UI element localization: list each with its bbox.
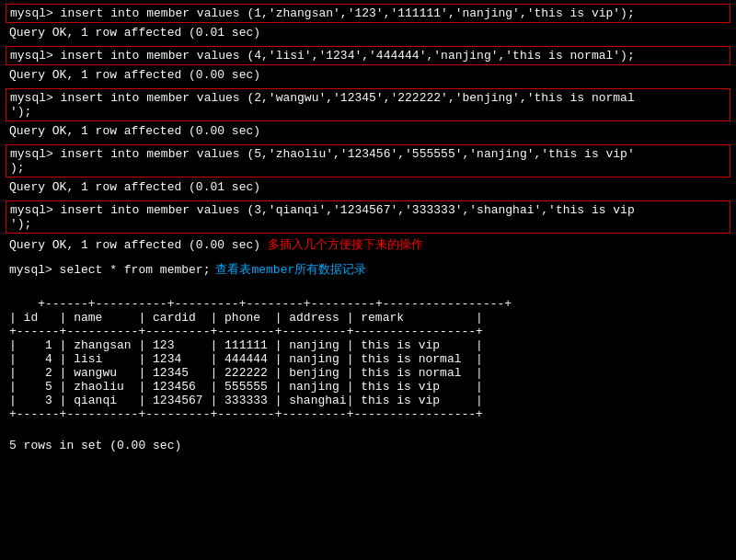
query-result-1: Query OK, 1 row affected (0.01 sec): [6, 25, 730, 42]
annotation-insert: 多插入几个方便接下来的操作: [268, 236, 423, 253]
table-divider-bot: +------+----------+---------+--------+--…: [9, 407, 483, 421]
sql-block-3: mysql> insert into member values (2,'wan…: [6, 88, 730, 121]
terminal: mysql> insert into member values (1,'zha…: [0, 0, 736, 560]
sql-command-1: mysql> insert into member values (1,'zha…: [10, 6, 726, 20]
table-header: | id | name | cardid | phone | address |…: [9, 311, 483, 325]
table-divider-top: +------+----------+---------+--------+--…: [38, 297, 512, 311]
table-output: +------+----------+---------+--------+--…: [6, 281, 730, 437]
sql-block-2: mysql> insert into member values (4,'lis…: [6, 46, 730, 65]
table-row-5: | 3 | qianqi | 1234567 | 333333 | shangh…: [9, 394, 483, 407]
query-result-2: Query OK, 1 row affected (0.00 sec): [6, 67, 730, 85]
final-result: 5 rows in set (0.00 sec): [6, 437, 730, 454]
table-row-1: | 1 | zhangsan | 123 | 111111 | nanjing …: [9, 338, 483, 352]
query-result-5-text: Query OK, 1 row affected (0.00 sec): [9, 238, 260, 252]
table-row-2: | 4 | lisi | 1234 | 444444 | nanjing | t…: [9, 352, 483, 366]
sql-block-5: mysql> insert into member values (3,'qia…: [6, 200, 730, 234]
sql-command-3: mysql> insert into member values (2,'wan…: [10, 91, 726, 119]
table-row-3: | 2 | wangwu | 12345 | 222222 | benjing …: [9, 366, 483, 380]
sql-command-5: mysql> insert into member values (3,'qia…: [10, 203, 726, 231]
query-result-5: Query OK, 1 row affected (0.00 sec) 多插入几…: [6, 235, 730, 256]
query-result-4: Query OK, 1 row affected (0.01 sec): [6, 179, 730, 197]
table-row-4: | 5 | zhaoliu | 123456 | 555555 | nanjin…: [9, 380, 483, 394]
annotation-select: 查看表member所有数据记录: [215, 261, 366, 278]
table-divider-mid: +------+----------+---------+--------+--…: [9, 325, 483, 338]
sql-command-4: mysql> insert into member values (5,'zha…: [10, 147, 726, 175]
query-result-3: Query OK, 1 row affected (0.00 sec): [6, 123, 730, 141]
select-line: mysql> select * from member; 查看表member所有…: [9, 261, 727, 278]
select-block: mysql> select * from member; 查看表member所有…: [6, 259, 730, 280]
sql-block-4: mysql> insert into member values (5,'zha…: [6, 144, 730, 177]
sql-command-2: mysql> insert into member values (4,'lis…: [10, 49, 726, 63]
sql-block-1: mysql> insert into member values (1,'zha…: [6, 4, 730, 23]
select-command: mysql> select * from member;: [9, 263, 210, 277]
